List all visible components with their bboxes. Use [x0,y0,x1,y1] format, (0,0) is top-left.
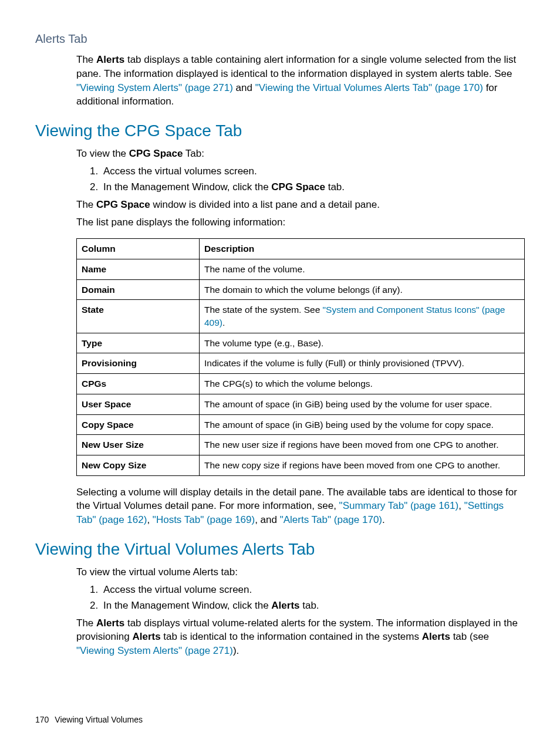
text: tab. [325,181,345,193]
bold-alerts: Alerts [271,600,299,611]
step-1: Access the virtual volumes screen. [101,164,525,178]
column-name: New User Size [77,435,200,455]
column-name: New Copy Size [77,455,200,475]
cpg-intro: To view the CPG Space Tab: [76,147,525,161]
column-description: The name of the volume. [200,259,525,280]
step-2: In the Management Window, click the CPG … [101,180,525,194]
text: tab (see [450,631,489,642]
text: The [76,617,96,629]
column-description: The volume type (e.g., Base). [200,333,525,353]
th-column: Column [77,239,200,259]
column-description: The CPG(s) to which the volume belongs. [200,374,525,394]
text: tab displays a table containing alert in… [76,54,516,79]
table-row: New Copy SizeThe new copy size if region… [77,455,525,475]
text: The [76,54,96,65]
bold-alerts: Alerts [96,54,124,65]
text: window is divided into a list pane and a… [150,199,380,210]
link-viewing-system-alerts[interactable]: "Viewing System Alerts" (page 271) [76,82,233,93]
column-description: The domain to which the volume belongs (… [200,279,525,300]
heading-vv-alerts-tab: Viewing the Virtual Volumes Alerts Tab [35,538,525,561]
table-row: New User SizeThe new user size if region… [77,435,525,455]
bold-alerts: Alerts [422,631,450,642]
table-row: StateThe state of the system. See "Syste… [77,300,525,333]
column-name: State [77,300,200,333]
text: . [382,514,385,525]
th-description: Description [200,239,525,259]
text: tab is identical to the information cont… [161,631,422,642]
cpg-after-table: Selecting a volume will display details … [76,485,525,527]
heading-alerts-tab: Alerts Tab [35,31,525,47]
text: , [147,514,152,525]
vv-intro: To view the virtual volume Alerts tab: [76,565,525,579]
table-row: CPGsThe CPG(s) to which the volume belon… [77,374,525,394]
column-description: The amount of space (in GiB) being used … [200,394,525,414]
text: , [458,500,464,511]
bold-cpg-space: CPG Space [96,199,150,210]
text: In the Management Window, click the [103,600,271,611]
link-viewing-system-alerts[interactable]: "Viewing System Alerts" (page 271) [76,645,233,656]
list-pane-intro: The list pane displays the following inf… [76,215,525,229]
text: In the Management Window, click the [103,181,271,193]
table-row: NameThe name of the volume. [77,259,525,280]
table-row: DomainThe domain to which the volume bel… [77,279,525,300]
bold-cpg-space: CPG Space [271,181,325,193]
link-summary-tab[interactable]: "Summary Tab" (page 161) [339,500,459,511]
column-description: Indicates if the volume is fully (Full) … [200,353,525,374]
text: Tab: [183,148,204,159]
column-description: The amount of space (in GiB) being used … [200,414,525,435]
table-row: TypeThe volume type (e.g., Base). [77,333,525,353]
cpg-columns-table: Column Description NameThe name of the v… [76,238,525,475]
column-description: The new copy size if regions have been m… [200,455,525,475]
text: ). [233,645,239,656]
cpg-steps-list: Access the virtual volumes screen. In th… [76,164,525,194]
text: The [76,199,96,210]
table-header-row: Column Description [77,239,525,259]
cpg-window-desc: The CPG Space window is divided into a l… [76,198,525,212]
table-row: User SpaceThe amount of space (in GiB) b… [77,394,525,414]
step-1: Access the virtual volume screen. [101,583,525,597]
step-2: In the Management Window, click the Aler… [101,599,525,613]
link-hosts-tab[interactable]: "Hosts Tab" (page 169) [153,514,255,525]
text: , and [255,514,280,525]
column-name: Domain [77,279,200,300]
column-name: Copy Space [77,414,200,435]
column-description: The new user size if regions have been m… [200,435,525,455]
vv-steps-list: Access the virtual volume screen. In the… [76,583,525,613]
bold-alerts: Alerts [132,631,160,642]
column-name: CPGs [77,374,200,394]
alerts-paragraph: The Alerts tab displays a table containi… [76,53,525,109]
column-name: Type [77,333,200,353]
column-description: The state of the system. See "System and… [200,300,525,333]
bold-alerts: Alerts [96,617,124,629]
table-row: Copy SpaceThe amount of space (in GiB) b… [77,414,525,435]
vv-desc: The Alerts tab displays virtual volume-r… [76,616,525,658]
link-alerts-tab[interactable]: "Alerts Tab" (page 170) [280,514,382,525]
column-name: User Space [77,394,200,414]
text: and [233,82,255,93]
text: To view the [76,148,129,159]
text: tab. [300,600,319,611]
table-row: ProvisioningIndicates if the volume is f… [77,353,525,374]
column-name: Provisioning [77,353,200,374]
heading-cpg-space-tab: Viewing the CPG Space Tab [35,119,525,142]
bold-cpg-space: CPG Space [129,148,183,159]
column-name: Name [77,259,200,280]
link-viewing-vv-alerts-tab[interactable]: "Viewing the Virtual Volumes Alerts Tab"… [255,82,483,93]
